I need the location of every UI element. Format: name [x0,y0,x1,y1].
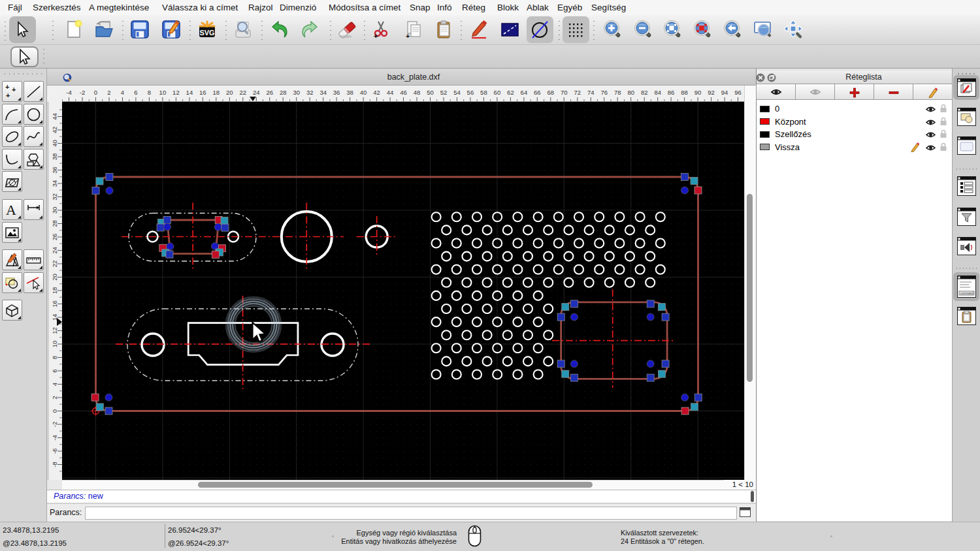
svg-text:38: 38 [51,153,58,161]
svg-text:88: 88 [681,89,688,96]
svg-text:-8: -8 [51,462,58,467]
svg-text:34: 34 [51,180,58,187]
svg-text:16: 16 [51,300,58,307]
svg-text:2: 2 [51,396,58,399]
svg-text:34: 34 [319,89,327,96]
svg-text:18: 18 [51,287,58,294]
svg-text:20: 20 [226,89,233,96]
svg-text:14: 14 [186,89,193,96]
svg-text:56: 56 [467,89,474,96]
svg-text:10: 10 [159,89,167,96]
svg-text:90: 90 [694,89,702,96]
svg-text:64: 64 [521,89,528,96]
svg-text:42: 42 [51,127,58,134]
svg-text:12: 12 [172,89,180,96]
svg-text:48: 48 [414,89,421,96]
svg-text:44: 44 [387,89,394,96]
svg-text:36: 36 [51,166,58,174]
svg-text:+: + [12,86,16,93]
svg-text:22: 22 [51,260,58,268]
svg-text:80: 80 [627,89,634,96]
svg-text:50: 50 [427,89,434,96]
svg-text:54: 54 [453,89,461,96]
svg-text:-4: -4 [66,89,71,96]
svg-text:SVG: SVG [199,29,214,37]
svg-text:46: 46 [400,89,407,96]
svg-text:74: 74 [587,89,595,96]
svg-text:84: 84 [654,89,661,96]
svg-text:40: 40 [360,89,367,96]
svg-text:30: 30 [51,207,58,214]
svg-text:18: 18 [213,89,220,96]
svg-text:58: 58 [480,89,487,96]
svg-text:28: 28 [280,89,287,96]
svg-text:4: 4 [121,89,124,96]
svg-text:12: 12 [51,327,58,334]
svg-text:A: A [6,202,16,218]
svg-text:22: 22 [240,89,247,96]
svg-text:40: 40 [51,140,58,147]
svg-text:62: 62 [507,89,514,96]
svg-text:16: 16 [199,89,206,96]
svg-text:6: 6 [134,89,137,96]
svg-text:-2: -2 [80,89,85,96]
svg-text:44: 44 [51,113,58,120]
svg-text:52: 52 [440,89,448,96]
svg-text:0: 0 [94,89,97,96]
svg-text:70: 70 [561,89,568,96]
svg-text:86: 86 [668,89,675,96]
svg-text:78: 78 [614,89,621,96]
svg-text:38: 38 [346,89,353,96]
svg-text:+: + [406,32,410,40]
svg-text:68: 68 [547,89,555,96]
svg-text:26: 26 [266,89,273,96]
svg-text:36: 36 [333,89,340,96]
svg-text:32: 32 [306,89,314,96]
svg-text:20: 20 [51,274,58,281]
svg-text:command: command [960,292,973,295]
svg-text:96: 96 [734,89,742,96]
svg-text:-4: -4 [51,435,58,440]
svg-text:8: 8 [51,356,58,359]
svg-text:42: 42 [373,89,380,96]
svg-text:6: 6 [51,369,58,372]
svg-text:28: 28 [51,220,58,227]
svg-text:76: 76 [600,89,608,96]
svg-text:+: + [374,32,378,40]
svg-text:+: + [6,91,10,99]
svg-text:+: + [5,84,9,91]
svg-text:26: 26 [51,234,58,241]
svg-text:72: 72 [574,89,581,96]
svg-text:30: 30 [293,89,300,96]
svg-text:82: 82 [641,89,648,96]
svg-text:66: 66 [534,89,541,96]
svg-text:24: 24 [51,247,58,254]
svg-text:32: 32 [51,193,58,200]
svg-text:-2: -2 [51,422,58,427]
svg-text:94: 94 [721,89,728,96]
svg-text:92: 92 [708,89,715,96]
svg-text:10: 10 [51,341,58,348]
svg-text:-6: -6 [51,449,58,454]
svg-text:2: 2 [107,89,110,96]
svg-text:4: 4 [51,383,58,386]
svg-text:24: 24 [253,89,260,96]
svg-text:8: 8 [148,89,151,96]
svg-text:0: 0 [51,409,58,413]
svg-text:60: 60 [494,89,501,96]
